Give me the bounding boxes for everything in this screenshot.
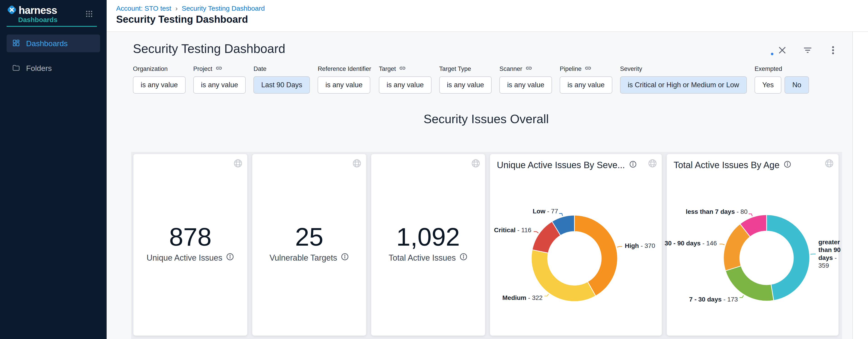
filter-label: Project — [193, 65, 212, 73]
filter-organization: Organization is any value — [133, 65, 186, 94]
label-connector — [749, 214, 752, 216]
cards-row: 878 Unique Active Issues 25 — [133, 154, 838, 336]
globe-icon[interactable] — [233, 159, 243, 169]
filter-label: Date — [253, 65, 266, 73]
filter-value-target[interactable]: is any value — [379, 76, 432, 94]
donut-slice-high[interactable] — [575, 215, 618, 296]
tile-label: Vulnerable Targets — [270, 253, 337, 263]
page-title: Security Testing Dashboard — [116, 13, 248, 25]
slice-label: High - 370 — [625, 242, 655, 250]
sidebar-item-label: Folders — [26, 64, 52, 73]
slice-label: less than 7 days - 80 — [686, 208, 747, 216]
brand-row[interactable]: harness — [6, 4, 57, 16]
filter-value-pipeline[interactable]: is any value — [560, 76, 612, 94]
dashboard-grid: 878 Unique Active Issues 25 — [131, 152, 842, 339]
tile-label: Total Active Issues — [389, 253, 456, 263]
blue-dot — [771, 53, 773, 55]
filter-label: Pipeline — [560, 65, 582, 73]
exempted-toggle: Yes No — [754, 76, 809, 94]
breadcrumb-account-link[interactable]: Account: STO test — [116, 4, 171, 12]
product-name: Dashboards — [18, 16, 57, 24]
brand-name: harness — [19, 4, 57, 16]
sidebar-item-folders[interactable]: Folders — [7, 59, 100, 77]
filter-label: Target Type — [439, 65, 471, 73]
slice-label: Low - 77 — [533, 207, 558, 215]
tile-value: 1,092 — [371, 222, 485, 252]
filter-pipeline: Pipeline is any value — [560, 65, 612, 94]
harness-logo-icon — [6, 4, 17, 16]
label-connector — [719, 244, 724, 245]
filter-target-type: Target Type is any value — [439, 65, 492, 94]
scrollbar-gutter — [852, 32, 868, 339]
close-button[interactable] — [777, 45, 787, 55]
slice-label: 7 - 30 days - 173 — [689, 295, 738, 303]
info-icon[interactable] — [459, 253, 468, 263]
filter-reference-identifier: Reference Identifier is any value — [318, 65, 371, 94]
globe-icon[interactable] — [352, 159, 362, 169]
label-connector — [534, 231, 538, 233]
link-icon — [216, 65, 222, 73]
dashboard-panel: Security Testing Dashboard — [106, 32, 852, 339]
filters-bar: Organization is any value Project is any… — [133, 65, 809, 94]
chart-unique-active-issues-by-severity: Unique Active Issues By Seve... High - 3… — [490, 154, 662, 336]
slice-label: Medium - 322 — [502, 294, 542, 302]
dashboards-grid-icon — [12, 39, 20, 48]
filter-value-reference-identifier[interactable]: is any value — [318, 76, 370, 94]
filter-value-organization[interactable]: is any value — [133, 76, 186, 94]
donut-slice-greater-than-90-days[interactable] — [767, 215, 810, 300]
filter-label: Exempted — [754, 65, 782, 73]
slice-label: Critical - 116 — [494, 226, 531, 234]
filter-target: Target is any value — [379, 65, 432, 94]
filter-scanner: Scanner is any value — [499, 65, 552, 94]
filter-button[interactable] — [802, 45, 813, 55]
filter-label: Severity — [620, 65, 642, 73]
content-area: Security Testing Dashboard — [106, 32, 868, 339]
label-connector — [559, 214, 563, 216]
tile-label-row: Unique Active Issues — [133, 253, 247, 263]
exempted-yes-button[interactable]: Yes — [754, 76, 781, 94]
filter-date: Date Last 90 Days — [253, 65, 310, 94]
filter-value-severity[interactable]: is Critical or High or Medium or Low — [620, 76, 747, 94]
info-icon[interactable] — [226, 253, 234, 263]
filter-value-date[interactable]: Last 90 Days — [253, 76, 310, 94]
slice-label: 30 - 90 days - 146 — [664, 239, 717, 247]
breadcrumb-dashboard-link[interactable]: Security Testing Dashboard — [182, 4, 265, 12]
sidebar-item-dashboards[interactable]: Dashboards — [7, 34, 100, 52]
tile-label-row: Total Active Issues — [371, 253, 485, 263]
tile-value: 25 — [252, 222, 366, 252]
dashboard-title: Security Testing Dashboard — [133, 41, 285, 56]
filter-project: Project is any value — [193, 65, 246, 94]
exempted-no-button[interactable]: No — [784, 76, 809, 94]
section-title: Security Issues Overall — [424, 112, 549, 126]
sidebar-item-label: Dashboards — [26, 39, 68, 48]
folder-icon — [12, 64, 20, 73]
globe-icon[interactable] — [471, 159, 480, 169]
chart-total-active-issues-by-age: Total Active Issues By Age greater than … — [667, 154, 838, 336]
slice-label: greater than 90 days - 359 — [818, 238, 846, 270]
filter-label: Scanner — [499, 65, 522, 73]
tile-label-row: Vulnerable Targets — [252, 253, 366, 263]
label-connector — [740, 295, 744, 298]
info-icon[interactable] — [341, 253, 349, 263]
filter-label: Target — [379, 65, 396, 73]
link-icon — [585, 65, 591, 73]
label-connector — [810, 254, 815, 254]
donut-slice-medium[interactable] — [531, 250, 596, 302]
kebab-menu-button[interactable] — [828, 45, 838, 55]
link-icon — [399, 65, 406, 73]
filter-value-target-type[interactable]: is any value — [439, 76, 492, 94]
filter-value-project[interactable]: is any value — [193, 76, 246, 94]
app-root: harness Dashboards Dash — [0, 0, 868, 339]
tile-vulnerable-targets: 25 Vulnerable Targets — [252, 154, 366, 336]
filter-value-scanner[interactable]: is any value — [499, 76, 552, 94]
chevron-right-icon: › — [175, 4, 178, 12]
filter-label: Organization — [133, 65, 168, 73]
sidebar: harness Dashboards Dash — [0, 0, 106, 339]
apps-grid-icon[interactable] — [85, 10, 93, 19]
label-connector — [617, 247, 622, 247]
sidebar-divider — [7, 26, 97, 27]
tile-total-active-issues: 1,092 Total Active Issues — [371, 154, 485, 336]
filter-severity: Severity is Critical or High or Medium o… — [620, 65, 747, 94]
sidebar-nav: Dashboards Folders — [0, 34, 106, 77]
top-header: Account: STO test › Security Testing Das… — [106, 0, 868, 32]
